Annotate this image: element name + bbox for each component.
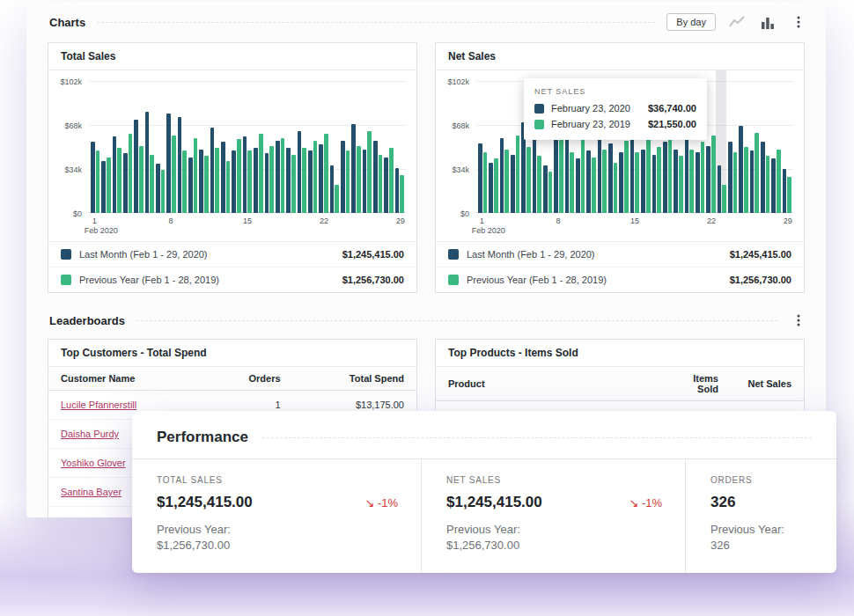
bar-group[interactable] — [330, 81, 339, 213]
bar-group[interactable] — [489, 81, 497, 213]
bar — [777, 150, 781, 213]
legend-item[interactable]: Previous Year (Feb 1 - 28, 2019)$1,256,7… — [436, 267, 804, 292]
row-link[interactable]: Julio Stamm — [61, 516, 114, 517]
bar-group[interactable] — [384, 81, 393, 213]
bar-group[interactable] — [145, 81, 154, 213]
bar-group[interactable] — [739, 81, 747, 213]
legend-label: Previous Year (Feb 1 - 28, 2019) — [467, 275, 607, 285]
bar — [341, 141, 345, 213]
bar-group[interactable] — [373, 81, 382, 213]
y-axis-label: $0 — [460, 209, 469, 218]
bar-group[interactable] — [363, 81, 372, 213]
x-axis-label: 1 — [480, 216, 484, 225]
tooltip-value: $21,550.00 — [648, 119, 696, 129]
bar — [548, 172, 553, 213]
table-header-row: ProductItems SoldNet Sales — [436, 367, 804, 401]
bar-group[interactable] — [706, 81, 715, 213]
bar — [395, 168, 400, 213]
bar — [685, 134, 689, 213]
bar-group[interactable] — [718, 81, 726, 213]
bar — [367, 131, 372, 213]
metric-value-row: 326 — [710, 494, 815, 511]
kebab-menu-icon[interactable] — [789, 311, 808, 330]
bar — [182, 150, 187, 213]
bar — [614, 163, 618, 213]
bar-group[interactable] — [113, 81, 121, 213]
bar-group[interactable] — [166, 81, 175, 213]
bar-group[interactable] — [771, 81, 780, 213]
bar — [129, 134, 133, 213]
y-axis-label: $0 — [73, 209, 82, 218]
bar-group[interactable] — [395, 81, 404, 213]
y-axis-label: $68k — [64, 121, 82, 130]
bar — [761, 142, 765, 213]
bar-group[interactable] — [134, 81, 143, 213]
bar-group[interactable] — [199, 81, 208, 213]
bar-group[interactable] — [728, 81, 737, 213]
bar — [537, 156, 541, 213]
bar — [602, 150, 607, 213]
bar — [379, 155, 383, 213]
bar-group[interactable] — [286, 81, 295, 213]
bar-group[interactable] — [156, 81, 165, 213]
bar — [232, 150, 236, 213]
bar-group[interactable] — [188, 81, 197, 213]
bar-group[interactable] — [478, 81, 487, 213]
bar — [308, 150, 313, 213]
bar — [543, 165, 548, 213]
bar-group[interactable] — [783, 81, 791, 213]
x-axis-label: 1 — [92, 216, 97, 225]
bar — [504, 150, 509, 213]
bar-group[interactable] — [351, 81, 360, 213]
bar — [635, 152, 639, 213]
legend-item[interactable]: Last Month (Feb 1 - 29, 2020)$1,245,415.… — [48, 242, 416, 267]
bar-group[interactable] — [319, 81, 328, 213]
row-link[interactable]: Yoshiko Glover — [61, 458, 126, 468]
y-axis-label: $102k — [60, 77, 82, 86]
row-link[interactable]: Lucile Pfannerstill — [61, 400, 136, 410]
bar-group[interactable] — [341, 81, 350, 213]
bar-group[interactable] — [123, 81, 132, 213]
bar-group[interactable] — [298, 81, 306, 213]
bar-group[interactable] — [511, 81, 519, 213]
bar-group[interactable] — [91, 81, 99, 213]
bar — [346, 150, 350, 213]
bar-group[interactable] — [276, 81, 284, 213]
chart-legend: Last Month (Feb 1 - 29, 2020)$1,245,415.… — [48, 241, 416, 292]
bar-group[interactable] — [265, 81, 274, 213]
row-link[interactable]: Santina Bayer — [61, 487, 121, 497]
y-axis-label: $68k — [452, 121, 469, 130]
bar — [652, 155, 657, 213]
bar-group[interactable] — [308, 81, 317, 213]
y-axis: $102k$68k$34k$0 — [445, 81, 476, 213]
interval-select[interactable]: By day — [666, 13, 716, 31]
bar-group[interactable] — [221, 81, 230, 213]
column-header: Net Sales — [731, 367, 804, 401]
bar-group[interactable] — [761, 81, 769, 213]
bar-group[interactable] — [500, 81, 509, 213]
legend-item[interactable]: Last Month (Feb 1 - 29, 2020)$1,245,415.… — [436, 242, 804, 267]
bar-group[interactable] — [254, 81, 262, 213]
bar — [384, 158, 388, 213]
metric-value-row: $1,245,415.00↘ -1% — [446, 494, 664, 511]
previous-year-label: Previous Year: — [710, 523, 815, 536]
bar — [483, 152, 488, 213]
row-link[interactable]: Daisha Purdy — [61, 429, 119, 439]
bar-group[interactable] — [243, 81, 252, 213]
line-chart-icon[interactable] — [727, 12, 747, 32]
bar-chart-icon[interactable] — [758, 12, 777, 32]
previous-year-value: 326 — [710, 539, 815, 552]
bar-group[interactable] — [210, 81, 219, 213]
bar-group[interactable] — [178, 81, 187, 213]
bar-group[interactable] — [750, 81, 759, 213]
bar-group[interactable] — [232, 81, 240, 213]
kebab-menu-icon[interactable] — [789, 12, 808, 32]
bar — [204, 156, 209, 213]
x-axis-label: 15 — [243, 216, 252, 225]
legend-value: $1,256,730.00 — [342, 275, 404, 285]
bar — [619, 152, 623, 213]
x-axis-month-label: Feb 2020 — [85, 226, 118, 235]
legend-item[interactable]: Previous Year (Feb 1 - 28, 2019)$1,256,7… — [48, 267, 416, 292]
bar-group[interactable] — [101, 81, 110, 213]
bar — [657, 147, 661, 213]
